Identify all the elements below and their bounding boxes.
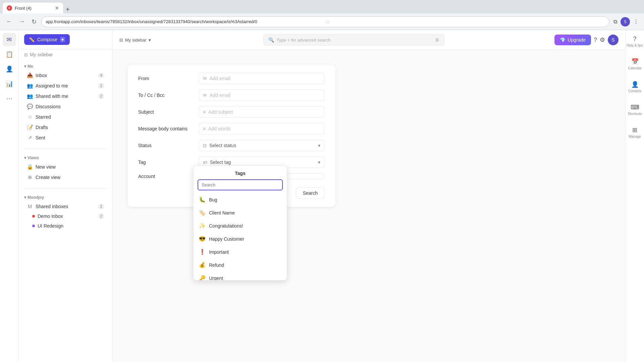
sidebar-item-create-view[interactable]: ⊕ Create view bbox=[21, 172, 110, 182]
top-search-bar[interactable]: 🔍 Type + for advanced search ⚙ bbox=[263, 34, 444, 46]
status-icon: ⊡ bbox=[203, 143, 207, 148]
my-sidebar-toggle[interactable]: ⊟ My sidebar ▾ bbox=[119, 38, 153, 43]
demo-inbox-count: 2 bbox=[98, 214, 104, 219]
upgrade-button[interactable]: 💎 Upgrade bbox=[554, 35, 591, 45]
congratulations-label: Congratulations! bbox=[209, 223, 243, 229]
sidebar-item-assigned[interactable]: 👥 Assigned to me 2 bbox=[21, 81, 110, 91]
tags-dropdown-title: Tags bbox=[194, 166, 287, 179]
browser-toolbar: ← → ↻ app.frontapp.com/inboxes/teams/785… bbox=[0, 13, 644, 30]
status-select[interactable]: ⊡ Select status ▾ bbox=[199, 140, 325, 151]
refund-emoji: 💰 bbox=[199, 262, 206, 268]
bug-label: Bug bbox=[209, 197, 217, 202]
avatar[interactable]: S bbox=[608, 35, 619, 45]
client-name-label: Client Name bbox=[209, 210, 235, 216]
shared-icon: 👥 bbox=[27, 93, 33, 99]
tags-search-input[interactable] bbox=[198, 179, 283, 190]
tag-item-refund[interactable]: 💰 Refund bbox=[194, 258, 287, 272]
subject-input[interactable]: ≡ Add subject bbox=[199, 106, 325, 118]
compose-arrow[interactable]: ▾ bbox=[60, 37, 65, 42]
demo-inbox-label: Demo Inbox bbox=[38, 214, 95, 219]
sidebar-item-demo-inbox[interactable]: Demo Inbox 2 bbox=[21, 212, 110, 221]
back-button[interactable]: ← bbox=[4, 17, 14, 26]
tag-item-congratulations[interactable]: ✨ Congratulations! bbox=[194, 219, 287, 232]
upgrade-label: Upgrade bbox=[568, 37, 586, 43]
diamond-icon: 💎 bbox=[560, 37, 566, 43]
rail-more-icon[interactable]: ⋯ bbox=[3, 92, 16, 105]
tags-list: 🐛 Bug 🏷️ Client Name ✨ Congratulations! … bbox=[194, 193, 287, 280]
tag-item-client-name[interactable]: 🏷️ Client Name bbox=[194, 206, 287, 219]
status-row: Status ⊡ Select status ▾ bbox=[138, 140, 325, 151]
contacts-symbol: 👤 bbox=[631, 81, 639, 88]
sidebar-item-starred[interactable]: ☆ Starred bbox=[21, 112, 110, 122]
sidebar: ✏️ Compose ▾ ⊟ My sidebar ▾ Me 📥 Inbox 4 bbox=[19, 30, 113, 362]
forward-button[interactable]: → bbox=[17, 17, 27, 26]
rail-contacts-icon[interactable]: 👤 bbox=[3, 62, 16, 76]
shared-count: 2 bbox=[98, 94, 104, 99]
create-view-label: Create view bbox=[36, 175, 104, 180]
help-label: Help & tips bbox=[627, 44, 643, 47]
sidebar-views-section: ▾ Views 🔒 New view ⊕ Create view bbox=[19, 152, 112, 185]
tag-icon: 🏷 bbox=[203, 160, 207, 165]
new-tab-button[interactable]: + bbox=[63, 6, 72, 13]
new-view-label: New view bbox=[36, 164, 104, 170]
tag-item-bug[interactable]: 🐛 Bug bbox=[194, 193, 287, 206]
tag-chevron: ▾ bbox=[318, 160, 320, 165]
sidebar-divider-1 bbox=[24, 148, 107, 149]
expand-icon: ⊟ bbox=[24, 52, 28, 57]
rail-inbox-icon[interactable]: ✉ bbox=[3, 33, 16, 46]
sidebar-item-drafts[interactable]: 📝 Drafts bbox=[21, 122, 110, 132]
tag-item-urgent[interactable]: 🔑 Urgent bbox=[194, 272, 287, 280]
email-icon: ✉ bbox=[203, 76, 207, 81]
search-placeholder: Type + for advanced search bbox=[277, 38, 331, 43]
status-chevron: ▾ bbox=[318, 143, 320, 148]
rail-shortcuts-icon[interactable]: ⌨ Shortcuts bbox=[628, 101, 642, 118]
rail-contacts-right-icon[interactable]: 👤 Contacts bbox=[628, 78, 641, 96]
tag-item-important[interactable]: ❗ Important bbox=[194, 245, 287, 258]
message-icon: ≡ bbox=[203, 126, 206, 131]
rail-manage-icon[interactable]: ⊞ Manage bbox=[629, 124, 641, 141]
settings-button[interactable]: ⚙ bbox=[600, 36, 605, 44]
tags-search-wrap bbox=[194, 179, 287, 193]
sent-icon: ↗ bbox=[27, 135, 33, 141]
rail-help-icon[interactable]: ? Help & tips bbox=[627, 33, 643, 50]
sidebar-header: ⊟ My sidebar bbox=[19, 49, 112, 60]
sidebar-item-inbox[interactable]: 📥 Inbox 4 bbox=[21, 70, 110, 80]
important-emoji: ❗ bbox=[199, 249, 206, 255]
shortcuts-symbol: ⌨ bbox=[631, 104, 639, 111]
bug-emoji: 🐛 bbox=[199, 196, 206, 203]
message-body-input[interactable]: ≡ Add words bbox=[199, 123, 325, 134]
address-bar[interactable]: app.frontapp.com/inboxes/teams/7858132/i… bbox=[41, 16, 609, 27]
manage-label: Manage bbox=[629, 135, 641, 138]
search-button[interactable]: Search bbox=[296, 187, 325, 199]
lock-icon: 🔒 bbox=[27, 164, 33, 170]
browser-tab[interactable]: F Front (4) ✕ bbox=[3, 3, 63, 13]
views-section-header[interactable]: ▾ Views bbox=[19, 154, 112, 162]
sidebar-item-ui-redesign[interactable]: UI Redesign bbox=[21, 221, 110, 231]
from-input[interactable]: ✉ Add email bbox=[199, 73, 325, 84]
tag-label: Tag bbox=[138, 160, 199, 165]
rail-analytics-icon[interactable]: 📊 bbox=[3, 77, 16, 90]
sidebar-item-shared-inboxes[interactable]: M Shared inboxes 2 bbox=[21, 201, 110, 211]
rail-calendar-right-icon[interactable]: 📅 Calendar bbox=[628, 55, 642, 73]
menu-button[interactable]: ⋮ bbox=[632, 17, 640, 26]
reload-button[interactable]: ↻ bbox=[30, 17, 39, 27]
tag-item-happy-customer[interactable]: 😎 Happy Customer bbox=[194, 232, 287, 245]
compose-button[interactable]: ✏️ Compose ▾ bbox=[24, 34, 70, 45]
moodjoy-section-header[interactable]: ▾ Moodjoy bbox=[19, 194, 112, 201]
me-section-header[interactable]: ▾ Me bbox=[19, 63, 112, 70]
to-input[interactable]: ✉ Add email bbox=[199, 89, 325, 101]
sidebar-item-new-view[interactable]: 🔒 New view bbox=[21, 162, 110, 172]
tab-title: Front (4) bbox=[15, 6, 52, 11]
profile-button[interactable]: S bbox=[621, 17, 630, 26]
rail-calendar-icon[interactable]: 📋 bbox=[3, 48, 16, 61]
sidebar-item-shared[interactable]: 👥 Shared with me 2 bbox=[21, 91, 110, 101]
tab-close-button[interactable]: ✕ bbox=[55, 5, 59, 11]
starred-icon: ☆ bbox=[27, 114, 33, 120]
extensions-button[interactable]: ⧉ bbox=[612, 17, 619, 26]
sidebar-item-discussions[interactable]: 💬 Discussions bbox=[21, 102, 110, 112]
status-label: Status bbox=[138, 143, 199, 148]
message-body-input-wrap: ≡ Add words bbox=[199, 123, 325, 134]
message-body-row: Message body contains ≡ Add words bbox=[138, 123, 325, 134]
sidebar-item-sent[interactable]: ↗ Sent bbox=[21, 133, 110, 143]
help-button[interactable]: ? bbox=[594, 37, 597, 44]
